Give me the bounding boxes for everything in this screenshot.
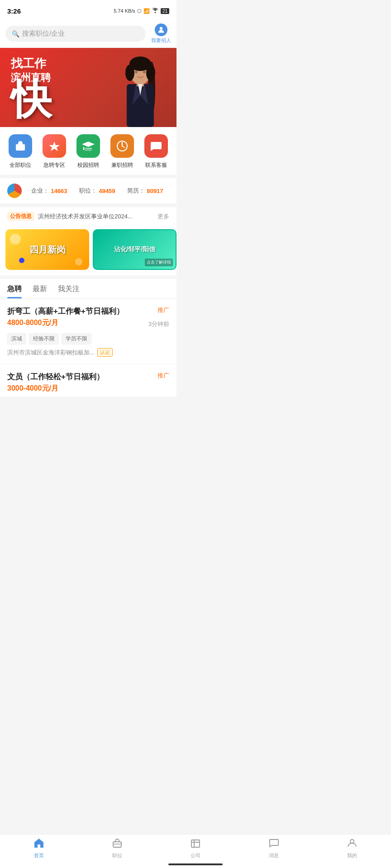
notice-more[interactable]: 更多 [157,212,169,221]
stats-jobs: 职位： 49459 [79,187,115,195]
stats-bar: 企业： 14663 职位： 49459 简历： 80917 [0,178,176,203]
banner-card-district1[interactable]: 沾化/邹平/阳信 点击了解详情 [93,229,176,270]
notice-tag: 公告信息 [7,212,34,221]
bluetooth-icon: ⬡ [137,8,142,14]
recruit-button[interactable]: 我要招人 [151,24,171,44]
recruit-label: 我要招人 [151,37,171,44]
battery-icon: 21 [161,8,169,14]
job-tag-location-1: 滨城 [7,333,26,344]
status-icons: 5.74 KB/s ⬡ 📶 21 [114,8,169,14]
stats-resumes-label: 简历： [127,187,145,195]
status-bar: 3:26 5.74 KB/s ⬡ 📶 21 [0,0,176,20]
card-april-text: 四月新岗 [29,244,66,256]
job-company-1: 滨州市滨城区金海洋彩钢扣板加... [7,349,95,357]
banner-cards-row: 四月新岗 沾化/邹平/阳信 点击了解详情 开发区/开 点击了 [0,226,176,275]
job-tags-1: 滨城 经验不限 学历不限 [7,333,169,344]
nav-label-all-jobs: 全部职位 [10,161,31,169]
job-salary-2: 3000-4000元/月 [7,384,58,392]
signal-icon: 📶 [143,8,150,14]
stats-logo [7,184,22,198]
job-time-1: 3分钟前 [148,320,169,328]
nav-label-campus: 校园招聘 [77,161,99,169]
nav-label-contact: 联系客服 [145,161,167,169]
certified-badge-1: 认证 [97,348,113,357]
contact-icon [144,134,168,158]
notice-text: 滨州经济技术开发区事业单位2024... [38,212,154,221]
nav-item-parttime[interactable]: 兼职招聘 [110,134,134,169]
job-list: 折弯工（高薪+工作餐+节日福利） 推广 4800-8000元/月 3分钟前 滨城… [0,299,176,397]
notice-bar[interactable]: 公告信息 滨州经济技术开发区事业单位2024... 更多 [0,207,176,226]
svg-point-6 [125,65,134,81]
svg-point-0 [160,27,162,30]
svg-point-8 [135,71,138,74]
stats-items: 企业： 14663 职位： 49459 简历： 80917 [25,187,169,195]
job-item-1[interactable]: 折弯工（高薪+工作餐+节日福利） 推广 4800-8000元/月 3分钟前 滨城… [0,299,176,364]
job-title-2: 文员（工作轻松+节日福利） [7,372,154,382]
job-tag-exp-1: 经验不限 [29,333,59,344]
banner-big-char: 快 [11,79,52,120]
stats-enterprise-num: 14663 [51,188,67,194]
recruit-person-icon [155,24,167,36]
nav-item-all-jobs[interactable]: 全部职位 [9,134,32,169]
svg-point-9 [143,71,146,74]
network-speed: 5.74 KB/s [114,8,135,14]
hero-banner[interactable]: 找工作 滨州直聘 快 [0,48,176,127]
quick-nav: 全部职位 急聘专区 校园招聘 [0,127,176,175]
stats-resumes: 简历： 80917 [127,187,163,195]
tab-urgent[interactable]: 急聘 [7,279,22,298]
job-company-row-1: 滨州市滨城区金海洋彩钢扣板加... 认证 [7,348,169,357]
parttime-icon [110,134,134,158]
wifi-icon [152,8,159,14]
nav-item-campus[interactable]: 校园招聘 [76,134,100,169]
svg-rect-10 [16,144,25,151]
job-tabs: 急聘 最新 我关注 [0,279,176,299]
svg-point-7 [146,65,155,81]
card-district1-badge: 点击了解详情 [145,259,173,266]
job-title-1: 折弯工（高薪+工作餐+节日福利） [7,306,154,316]
svg-rect-13 [85,148,92,151]
job-tag-edu-1: 学历不限 [62,333,91,344]
card-district1-text: 沾化/邹平/阳信 [112,244,157,255]
search-icon: 🔍 [12,30,19,38]
nav-label-urgent: 急聘专区 [43,161,65,169]
tab-following[interactable]: 我关注 [58,279,80,298]
search-bar: 🔍 搜索职位/企业 我要招人 [0,20,176,48]
stats-jobs-num: 49459 [99,188,115,194]
banner-image [104,48,176,127]
job-item-2[interactable]: 文员（工作轻松+节日福利） 推广 3000-4000元/月 [0,364,176,397]
job-promote-1: 推广 [157,306,169,314]
nav-label-parttime: 兼职招聘 [111,161,133,169]
svg-marker-12 [49,142,60,151]
job-salary-1: 4800-8000元/月 [7,318,58,328]
svg-line-16 [122,146,124,147]
nav-item-contact[interactable]: 联系客服 [144,134,168,169]
stats-enterprise: 企业： 14663 [31,187,67,195]
all-jobs-icon [9,134,32,158]
banner-text: 找工作 滨州直聘 快 [0,48,62,127]
status-time: 3:26 [7,7,21,15]
stats-resumes-num: 80917 [147,188,163,194]
search-placeholder: 搜索职位/企业 [22,29,65,38]
search-input-wrapper[interactable]: 🔍 搜索职位/企业 [5,26,146,42]
stats-jobs-label: 职位： [79,187,97,195]
banner-line1: 找工作 [11,55,52,71]
campus-icon [76,134,100,158]
stats-enterprise-label: 企业： [31,187,49,195]
banner-card-april[interactable]: 四月新岗 [5,229,89,270]
nav-item-urgent[interactable]: 急聘专区 [43,134,66,169]
tab-latest[interactable]: 最新 [33,279,47,298]
urgent-icon [43,134,66,158]
job-promote-2: 推广 [157,372,169,380]
